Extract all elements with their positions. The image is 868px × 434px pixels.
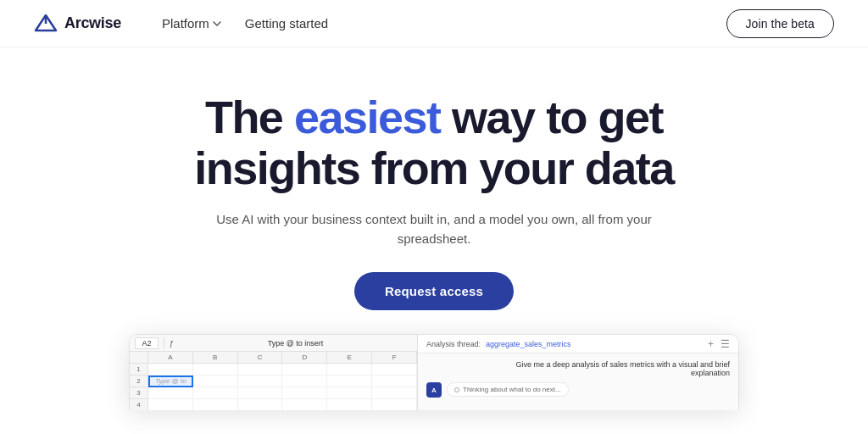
spreadsheet-preview: A2 ƒ Type @ to insert A B C D E F 1 (130, 335, 418, 410)
request-access-button[interactable]: Request access (354, 272, 514, 310)
chevron-down-icon (213, 21, 221, 26)
cell-f4 (372, 399, 417, 410)
join-beta-button[interactable]: Join the beta (726, 9, 834, 38)
add-icon[interactable]: + (708, 338, 714, 350)
chat-header: Analysis thread: aggregate_sales_metrics… (418, 335, 738, 353)
formula-bar: Type @ to insert (179, 338, 412, 348)
cell-b4 (193, 399, 238, 410)
preview-wrapper: A2 ƒ Type @ to insert A B C D E F 1 (129, 334, 739, 410)
cell-a4 (148, 399, 193, 410)
cell-f1 (372, 364, 417, 376)
cell-c3 (238, 387, 283, 399)
cell-a2-active[interactable]: Type @ to insert (148, 376, 193, 387)
chat-header-actions: + ☰ (708, 338, 730, 350)
thread-label: Analysis thread: (426, 340, 481, 348)
user-message: Give me a deep analysis of sales metrics… (487, 360, 730, 377)
thinking-dot-icon (454, 387, 459, 392)
nav-cta-area: Join the beta (726, 9, 834, 38)
toolbar-divider (164, 337, 164, 349)
menu-icon[interactable]: ☰ (721, 338, 730, 350)
cell-e2 (327, 376, 372, 387)
cell-d2 (282, 376, 327, 387)
cell-f2 (372, 376, 417, 387)
getting-started-label: Getting started (245, 16, 328, 31)
cell-d1 (282, 364, 327, 376)
cell-b3 (193, 387, 238, 399)
ai-logo-icon: A (431, 387, 437, 394)
thread-name[interactable]: aggregate_sales_metrics (486, 340, 571, 348)
ai-avatar: A (426, 382, 442, 398)
cell-d4 (282, 399, 327, 410)
row-header-3: 3 (130, 387, 148, 399)
ai-message-row: A Thinking about what to do next... (426, 382, 730, 398)
getting-started-nav-link[interactable]: Getting started (235, 11, 338, 36)
spreadsheet-toolbar: A2 ƒ Type @ to insert (130, 335, 417, 352)
cell-b2 (193, 376, 238, 387)
chat-messages: Give me a deep analysis of sales metrics… (418, 353, 738, 410)
row-header-2: 2 (130, 376, 148, 387)
col-header-f: F (372, 352, 417, 364)
hero-subtext: Use AI with your business context built … (214, 209, 654, 249)
logo-link[interactable]: Arcwise (34, 12, 121, 36)
cell-e1 (327, 364, 372, 376)
cell-a1 (148, 364, 193, 376)
cell-a3 (148, 387, 193, 399)
col-header-empty (130, 352, 148, 364)
col-header-d: D (282, 352, 327, 364)
platform-nav-link[interactable]: Platform (152, 11, 231, 36)
nav-links: Platform Getting started (152, 11, 338, 36)
row-header-1: 1 (130, 364, 148, 376)
col-header-c: C (238, 352, 283, 364)
row-header-4: 4 (130, 399, 148, 410)
thinking-text: Thinking about what to do next... (463, 386, 561, 393)
formula-icon: ƒ (170, 339, 174, 348)
cell-d3 (282, 387, 327, 399)
cell-e3 (327, 387, 372, 399)
cell-reference: A2 (135, 337, 159, 349)
col-header-e: E (327, 352, 372, 364)
cell-c2 (238, 376, 283, 387)
spreadsheet-grid: A B C D E F 1 2 Type @ to insert (130, 352, 417, 410)
hero-headline: The easiest way to get insights from you… (146, 92, 722, 194)
cell-f3 (372, 387, 417, 399)
col-header-b: B (193, 352, 238, 364)
cell-e4 (327, 399, 372, 410)
arcwise-logo-icon (34, 12, 58, 36)
cell-c4 (238, 399, 283, 410)
platform-label: Platform (162, 16, 209, 31)
headline-before: The (205, 92, 294, 142)
headline-accent: easiest (294, 92, 441, 142)
col-header-a: A (148, 352, 193, 364)
preview-container: A2 ƒ Type @ to insert A B C D E F 1 (0, 334, 868, 410)
cell-b1 (193, 364, 238, 376)
cell-c1 (238, 364, 283, 376)
navbar: Arcwise Platform Getting started Join th… (0, 0, 868, 47)
ai-chat-panel: Analysis thread: aggregate_sales_metrics… (418, 335, 738, 410)
logo-text: Arcwise (64, 14, 121, 32)
hero-section: The easiest way to get insights from you… (0, 47, 868, 410)
ai-thinking-bubble: Thinking about what to do next... (447, 382, 569, 397)
